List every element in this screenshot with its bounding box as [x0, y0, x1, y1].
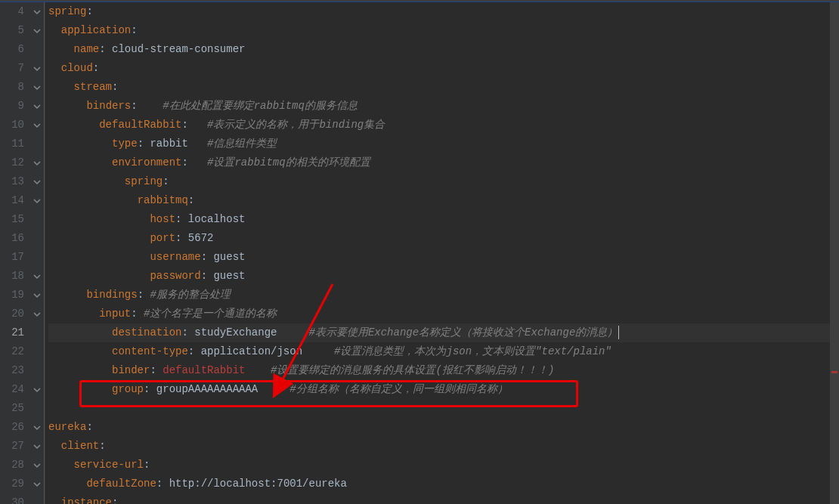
fold-toggle-icon[interactable] [33, 159, 42, 168]
code-line[interactable]: spring: [48, 2, 839, 21]
fold-toggle-icon[interactable] [33, 385, 42, 394]
line-number: 17 [0, 248, 24, 267]
line-number: 13 [0, 172, 24, 191]
line-number: 21 [0, 323, 24, 342]
fold-toggle-icon[interactable] [33, 291, 42, 300]
line-number: 19 [0, 286, 24, 305]
line-number-gutter: 4567891011121314151617181920212223242526… [0, 2, 30, 504]
code-line[interactable]: rabbitmq: [48, 191, 839, 210]
fold-toggle-icon[interactable] [33, 178, 42, 187]
code-content[interactable]: spring: application: name: cloud-stream-… [45, 2, 839, 504]
code-line[interactable]: password: guest [48, 267, 839, 286]
fold-toggle-icon[interactable] [33, 121, 42, 130]
line-number: 29 [0, 475, 24, 493]
line-number: 12 [0, 153, 24, 172]
line-number: 14 [0, 191, 24, 210]
fold-toggle-icon[interactable] [33, 442, 42, 451]
code-line[interactable]: bindings: #服务的整合处理 [48, 286, 839, 305]
line-number: 20 [0, 305, 24, 323]
line-number: 15 [0, 210, 24, 229]
fold-toggle-icon[interactable] [33, 8, 42, 17]
line-number: 5 [0, 21, 24, 40]
code-line[interactable]: instance: [48, 493, 839, 504]
fold-toggle-icon[interactable] [33, 310, 42, 319]
vertical-scrollbar[interactable] [830, 2, 839, 504]
code-line[interactable] [48, 399, 839, 418]
line-number: 26 [0, 418, 24, 437]
code-line[interactable]: defaultRabbit: #表示定义的名称，用于binding集合 [48, 116, 839, 135]
fold-toggle-icon[interactable] [33, 26, 42, 36]
code-line[interactable]: binders: #在此处配置要绑定rabbitmq的服务信息 [48, 97, 839, 116]
line-number: 23 [0, 361, 24, 380]
line-number: 18 [0, 267, 24, 286]
code-line[interactable]: username: guest [48, 248, 839, 267]
code-line[interactable]: spring: [48, 172, 839, 191]
line-number: 7 [0, 59, 24, 78]
code-line[interactable]: destination: studyExchange #表示要使用Exchang… [48, 323, 839, 342]
line-number: 30 [0, 493, 24, 504]
code-line[interactable]: service-url: [48, 456, 839, 475]
code-line[interactable]: client: [48, 437, 839, 456]
line-number: 28 [0, 456, 24, 475]
line-number: 25 [0, 399, 24, 418]
line-number: 9 [0, 97, 24, 116]
line-number: 4 [0, 2, 24, 21]
line-number: 10 [0, 116, 24, 135]
line-number: 11 [0, 135, 24, 153]
line-number: 24 [0, 380, 24, 399]
line-number: 6 [0, 40, 24, 59]
code-line[interactable]: environment: #设置rabbitmq的相关的环境配置 [48, 153, 839, 172]
scrollbar-error-mark [831, 371, 837, 373]
fold-toggle-icon[interactable] [33, 272, 42, 281]
fold-toggle-icon[interactable] [33, 102, 42, 111]
code-line[interactable]: stream: [48, 78, 839, 97]
code-line[interactable]: binder: defaultRabbit #设置要绑定的消息服务的具体设置(报… [48, 361, 839, 380]
fold-toggle-icon[interactable] [33, 423, 42, 432]
fold-column[interactable] [30, 2, 45, 504]
fold-toggle-icon[interactable] [33, 196, 42, 206]
code-line[interactable]: group: groupAAAAAAAAAAA #分组名称（名称自定义，同一组则… [48, 380, 839, 399]
code-line[interactable]: host: localhost [48, 210, 839, 229]
line-number: 22 [0, 342, 24, 361]
code-line[interactable]: content-type: application/json #设置消息类型，本… [48, 342, 839, 361]
line-number: 16 [0, 229, 24, 248]
fold-toggle-icon[interactable] [33, 64, 42, 73]
code-line[interactable]: port: 5672 [48, 229, 839, 248]
fold-toggle-icon[interactable] [33, 461, 42, 470]
line-number: 27 [0, 437, 24, 456]
code-line[interactable]: name: cloud-stream-consumer [48, 40, 839, 59]
code-editor[interactable]: 4567891011121314151617181920212223242526… [0, 2, 839, 504]
line-number: 8 [0, 78, 24, 97]
code-line[interactable]: defaultZone: http://localhost:7001/eurek… [48, 475, 839, 493]
code-line[interactable]: eureka: [48, 418, 839, 437]
code-line[interactable]: input: #这个名字是一个通道的名称 [48, 305, 839, 323]
fold-toggle-icon[interactable] [33, 480, 42, 489]
code-line[interactable]: type: rabbit #信息组件类型 [48, 135, 839, 153]
code-line[interactable]: application: [48, 21, 839, 40]
code-line[interactable]: cloud: [48, 59, 839, 78]
fold-toggle-icon[interactable] [33, 83, 42, 92]
